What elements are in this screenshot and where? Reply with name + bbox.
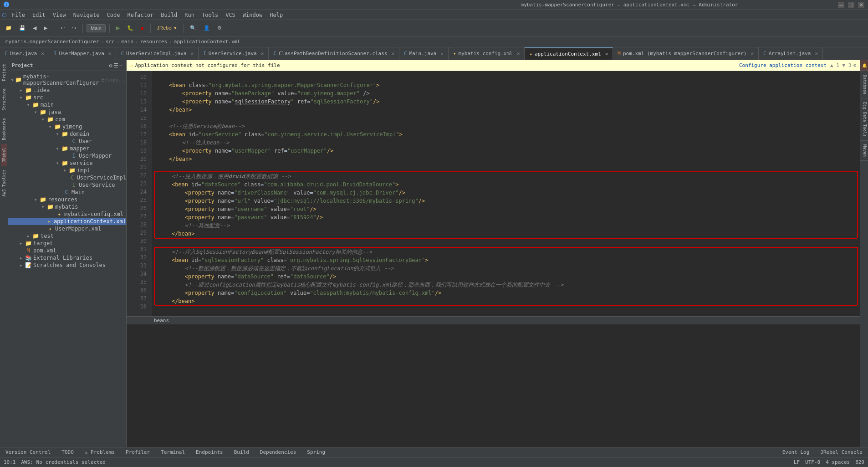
tree-item-mapper[interactable]: ▾ 📁 mapper	[8, 145, 126, 152]
tree-item-root[interactable]: ▾ 📁 mybatis-mapperScannerConfigurer E:\m…	[8, 73, 126, 87]
status-indent[interactable]: 4 spaces	[826, 459, 850, 465]
menu-run[interactable]: Run	[181, 11, 198, 19]
tool-terminal[interactable]: Terminal	[157, 448, 189, 456]
tree-item-pom[interactable]: ▸ M pom.xml	[8, 247, 126, 254]
configure-link[interactable]: Configure application context	[739, 62, 827, 68]
tool-jrebel-console[interactable]: JRebel Console	[817, 448, 866, 456]
tab-close-arraylist[interactable]: ✕	[815, 51, 818, 56]
tree-item-service[interactable]: ▾ 📁 service	[8, 159, 126, 167]
tree-item-java[interactable]: ▾ 📁 java	[8, 108, 126, 116]
tree-item-mybatis-config[interactable]: ▸ ✦ mybatis-config.xml	[8, 210, 126, 218]
tree-item-appcontext[interactable]: ▸ ✦ applicationContext.xml	[8, 218, 126, 225]
status-position[interactable]: 10:1	[4, 459, 16, 465]
tool-build[interactable]: Build	[230, 448, 253, 456]
status-extra[interactable]: 829	[855, 459, 864, 465]
menu-view[interactable]: View	[49, 11, 70, 19]
toolbar-run[interactable]: ▶	[113, 22, 123, 34]
menu-window[interactable]: Window	[239, 11, 266, 19]
status-lf[interactable]: LF	[794, 459, 800, 465]
tool-version-control[interactable]: Version Control	[2, 448, 54, 456]
warn-settings-icon[interactable]: ⚙	[853, 62, 856, 68]
toolbar-save[interactable]: 💾	[16, 22, 28, 34]
tree-item-target[interactable]: ▸ 📁 target	[8, 240, 126, 247]
left-tab-bookmarks[interactable]: Bookmarks	[1, 114, 7, 144]
tab-arraylist[interactable]: C ArrayList.java ✕	[759, 47, 823, 60]
toolbar-search[interactable]: 🔍	[187, 22, 199, 34]
minimize-button[interactable]: —	[838, 2, 844, 8]
menu-refactor[interactable]: Refactor	[123, 11, 157, 19]
tab-close-user[interactable]: ✕	[41, 51, 44, 56]
tree-item-com[interactable]: ▾ 📁 com	[8, 116, 126, 123]
tool-profiler[interactable]: Profiler	[122, 448, 153, 456]
tool-spring[interactable]: Spring	[303, 448, 329, 456]
tree-item-scratches[interactable]: ▸ 📝 Scratches and Consoles	[8, 262, 126, 269]
tree-item-idea[interactable]: ▸ 📁 .idea	[8, 87, 126, 94]
status-aws[interactable]: AWS: No credentials selected	[21, 459, 106, 465]
toolbar-undo[interactable]: ↩	[58, 22, 67, 34]
toolbar-forward[interactable]: ▶	[41, 22, 50, 34]
right-tab-maven[interactable]: Maven	[860, 141, 868, 161]
tab-close-main[interactable]: ✕	[440, 51, 444, 56]
maximize-button[interactable]: □	[848, 2, 854, 8]
toolbar-back[interactable]: ◀	[30, 22, 39, 34]
tree-item-mybatis-folder[interactable]: ▾ 📁 mybatis	[8, 203, 126, 210]
tab-close-classpathbean[interactable]: ✕	[391, 51, 394, 56]
tab-close-userserviceimpl[interactable]: ✕	[191, 51, 194, 56]
tree-item-userserviceimpl[interactable]: ▸ C UserServiceImpl	[8, 174, 126, 181]
jrebel-btn[interactable]: JRebel ▾	[154, 22, 179, 34]
tree-item-main-java[interactable]: ▸ C Main	[8, 189, 126, 196]
status-encoding[interactable]: UTF-8	[805, 459, 820, 465]
tab-usermapper-java[interactable]: I UserMapper.java ✕	[49, 47, 117, 60]
tree-item-external-libs[interactable]: ▸ 📚 External Libraries	[8, 254, 126, 262]
tab-pom[interactable]: M pom.xml (mybatis-mapperScannerConfigur…	[613, 47, 759, 60]
close-button[interactable]: ✕	[858, 2, 864, 8]
tool-dependencies[interactable]: Dependencies	[256, 448, 300, 456]
left-tab-project[interactable]: Project	[1, 60, 7, 85]
sidebar-settings-icon[interactable]: ⚙	[109, 62, 112, 69]
tree-item-yimeng[interactable]: ▾ 📁 yimeng	[8, 123, 126, 130]
tab-close-userservice[interactable]: ✕	[261, 51, 264, 56]
tree-item-userservice[interactable]: ▸ I UserService	[8, 181, 126, 189]
tab-close-mybatis-config[interactable]: ✕	[517, 51, 520, 56]
menu-help[interactable]: Help	[266, 11, 286, 19]
right-tab-bigdata[interactable]: Big Data Tools	[860, 98, 868, 141]
branch-selector[interactable]: Main	[87, 24, 106, 32]
menu-tools[interactable]: Tools	[198, 11, 222, 19]
tree-item-impl[interactable]: ▾ 📁 impl	[8, 167, 126, 174]
toolbar-debug[interactable]: 🐛	[124, 22, 136, 34]
tab-user-java[interactable]: C User.java ✕	[0, 47, 49, 60]
tree-item-usermapper[interactable]: ▸ I UserMapper	[8, 152, 126, 159]
tab-userservice-java[interactable]: I UserService.java ✕	[199, 47, 269, 60]
tab-close-usermapper[interactable]: ✕	[108, 51, 112, 56]
tree-item-src[interactable]: ▾ 📁 src	[8, 94, 126, 101]
tree-item-main[interactable]: ▾ 📁 main	[8, 101, 126, 108]
toolbar-profile[interactable]: 👤	[201, 22, 213, 34]
toolbar-open[interactable]: 📁	[3, 22, 15, 34]
menu-build[interactable]: Build	[157, 11, 181, 19]
tab-mybatis-config[interactable]: ✦ mybatis-config.xml ✕	[449, 47, 525, 60]
menu-navigate[interactable]: Navigate	[70, 11, 103, 19]
tree-item-usermapper-xml[interactable]: ▸ ✦ UserMapper.xml	[8, 225, 126, 232]
menu-edit[interactable]: Edit	[29, 11, 49, 19]
toolbar-stop[interactable]: ■	[138, 22, 147, 34]
menu-code[interactable]: Code	[103, 11, 124, 19]
toolbar-settings[interactable]: ⚙	[214, 22, 225, 34]
tree-item-resources[interactable]: ▾ 📁 resources	[8, 196, 126, 203]
right-tab-notifications[interactable]: 🔔	[860, 60, 868, 71]
sidebar-layout-icon[interactable]: ☰	[113, 62, 118, 69]
left-tab-jrebel[interactable]: JRebel	[1, 144, 7, 166]
tab-close-pom[interactable]: ✕	[751, 51, 754, 56]
tool-endpoints[interactable]: Endpoints	[192, 448, 227, 456]
left-tab-structure[interactable]: Structure	[1, 85, 7, 114]
left-tab-aws[interactable]: AWS Toolkit	[1, 166, 7, 200]
right-tab-database[interactable]: Database	[860, 71, 868, 98]
tab-userserviceimpl-java[interactable]: C UserServiceImpl.java ✕	[116, 47, 199, 60]
tool-problems[interactable]: ⚠ Problems	[81, 448, 118, 456]
menu-file[interactable]: File	[8, 11, 29, 19]
toolbar-redo[interactable]: ↪	[69, 22, 79, 34]
tree-item-domain[interactable]: ▾ 📁 domain	[8, 130, 126, 138]
tool-todo[interactable]: TODO	[58, 448, 77, 456]
code-scroll[interactable]: 10 11 12 13	[127, 71, 860, 447]
tree-item-user[interactable]: ▸ C User	[8, 138, 126, 145]
menu-vcs[interactable]: VCS	[222, 11, 239, 19]
